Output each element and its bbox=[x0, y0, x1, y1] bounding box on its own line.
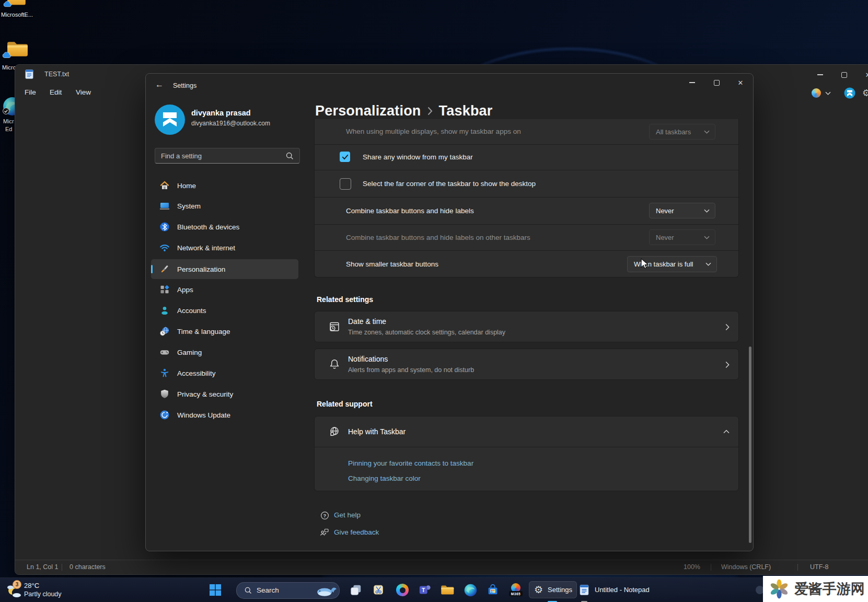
start-button[interactable] bbox=[209, 583, 222, 597]
chevron-up-icon[interactable] bbox=[723, 430, 730, 434]
windows-logo-icon bbox=[210, 584, 221, 596]
watermark-text: 爱酱手游网 bbox=[794, 580, 865, 598]
sidebar-item-privacy-security[interactable]: Privacy & security bbox=[151, 385, 298, 403]
far-corner-checkbox[interactable] bbox=[340, 178, 351, 190]
divider bbox=[797, 564, 798, 571]
settings-close-button[interactable]: ✕ bbox=[732, 76, 749, 89]
sidebar-item-label: Accessibility bbox=[177, 369, 216, 377]
menu-edit[interactable]: Edit bbox=[44, 86, 67, 98]
setting-label: Combine taskbar buttons and hide labels bbox=[346, 207, 474, 215]
account-card[interactable]: divyanka prasad divyanka1916@outlook.com bbox=[155, 105, 301, 136]
weather-alert-badge: 3 bbox=[13, 580, 21, 589]
settings-maximize-button[interactable] bbox=[708, 76, 725, 89]
settings-window-title: Settings bbox=[173, 82, 196, 89]
sidebar-item-bluetooth-devices[interactable]: Bluetooth & devices bbox=[151, 217, 298, 236]
notepad-close-button[interactable]: ✕ bbox=[860, 68, 868, 82]
menu-file[interactable]: File bbox=[19, 86, 41, 98]
microsoft-store-icon bbox=[487, 584, 499, 596]
sidebar-item-label: Privacy & security bbox=[177, 390, 233, 398]
chevron-down-icon bbox=[704, 236, 710, 239]
sidebar-item-accounts[interactable]: Accounts bbox=[151, 301, 298, 320]
taskbar-settings-button[interactable]: ⚙ Settings bbox=[529, 581, 577, 598]
onedrive-cloud-icon bbox=[3, 1, 12, 7]
maximize-icon bbox=[714, 80, 720, 86]
file-explorer-icon bbox=[441, 584, 454, 596]
help-link-pinning-contacts[interactable]: Pinning your favorite contacts to taskba… bbox=[348, 459, 473, 467]
help-link-changing-color[interactable]: Changing taskbar color bbox=[348, 474, 421, 482]
sidebar-item-system[interactable]: System bbox=[151, 196, 298, 215]
get-help-icon: ? bbox=[320, 511, 330, 520]
task-view-button[interactable] bbox=[349, 583, 363, 597]
dropdown-value: All taskbars bbox=[656, 128, 691, 136]
sidebar-item-time-language[interactable]: Time & language bbox=[151, 322, 298, 341]
card-description: Time zones, automatic clock settings, ca… bbox=[348, 329, 505, 336]
copilot-button[interactable] bbox=[396, 583, 409, 597]
multiple-displays-dropdown[interactable]: All taskbars bbox=[649, 124, 715, 140]
m365-copilot-button[interactable]: M365 bbox=[509, 583, 523, 597]
sidebar-item-label: Accounts bbox=[177, 307, 206, 315]
notepad-minimize-button[interactable] bbox=[812, 68, 828, 82]
file-explorer-button[interactable] bbox=[441, 583, 454, 597]
time-language-icon bbox=[159, 326, 170, 337]
chevron-down-icon[interactable] bbox=[825, 91, 831, 95]
svg-text:T: T bbox=[422, 587, 425, 593]
snipping-tool-button[interactable] bbox=[372, 583, 385, 597]
desktop-icon-microsoft-edge-webpage[interactable]: MicrosoftE... bbox=[1, 0, 33, 21]
copilot-icon[interactable] bbox=[812, 88, 821, 98]
sidebar-item-apps[interactable]: Apps bbox=[151, 280, 298, 299]
setting-row-combine-buttons: Combine taskbar buttons and hide labels … bbox=[315, 197, 738, 224]
apps-icon bbox=[159, 284, 170, 295]
breadcrumb-parent[interactable]: Personalization bbox=[315, 103, 421, 119]
get-help-link[interactable]: Get help bbox=[334, 511, 361, 519]
weather-widget[interactable]: 3 28°C Partly cloudy bbox=[4, 580, 88, 601]
status-encoding[interactable]: UTF-8 bbox=[810, 563, 828, 571]
personalization-brush-icon bbox=[159, 264, 170, 274]
sidebar-item-network-internet[interactable]: Network & internet bbox=[151, 238, 298, 257]
sidebar-item-label: Gaming bbox=[177, 349, 202, 356]
combine-other-taskbars-dropdown[interactable]: Never bbox=[649, 229, 715, 245]
notepad-statusbar: Ln 1, Col 1 0 characters 100% Windows (C… bbox=[15, 560, 868, 574]
notepad-settings-gear-icon[interactable]: ⚙ bbox=[862, 87, 868, 99]
sidebar-item-accessibility[interactable]: Accessibility bbox=[151, 364, 298, 383]
help-header-row[interactable]: Help with Taskbar bbox=[315, 416, 738, 447]
sidebar-item-home[interactable]: Home bbox=[151, 176, 298, 195]
dropdown-value: Never bbox=[656, 234, 674, 241]
give-feedback-link[interactable]: Give feedback bbox=[334, 528, 379, 536]
sidebar-item-label: Network & internet bbox=[177, 244, 235, 252]
teams-icon: T bbox=[419, 584, 431, 596]
status-line-endings[interactable]: Windows (CRLF) bbox=[721, 563, 771, 571]
desktop: MicrosoftE... Micro Micr Ed TEST.txt ✕ F… bbox=[0, 0, 868, 602]
settings-search-input[interactable] bbox=[155, 148, 300, 164]
taskbar-notepad-button[interactable]: Untitled - Notepad bbox=[579, 581, 650, 598]
account-email: divyanka1916@outlook.com bbox=[191, 120, 270, 127]
check-icon bbox=[342, 154, 349, 160]
sidebar-item-label: Bluetooth & devices bbox=[177, 223, 239, 231]
sidebar-item-personalization[interactable]: Personalization bbox=[151, 259, 298, 279]
taskbar-search[interactable]: Search bbox=[236, 582, 340, 599]
related-support-title: Related support bbox=[317, 400, 373, 408]
scrollbar[interactable] bbox=[749, 346, 751, 543]
sidebar-item-windows-update[interactable]: Windows Update bbox=[151, 406, 298, 424]
edge-button[interactable] bbox=[464, 583, 477, 597]
chevron-down-icon bbox=[704, 130, 710, 134]
notifications-bell-icon bbox=[328, 358, 341, 371]
editor-badge-icon[interactable] bbox=[844, 87, 855, 99]
menu-view[interactable]: View bbox=[71, 86, 96, 98]
sidebar-item-gaming[interactable]: Gaming bbox=[151, 343, 298, 362]
divider bbox=[315, 447, 738, 447]
chevron-right-icon bbox=[725, 361, 730, 368]
teams-button[interactable]: T bbox=[418, 583, 432, 597]
windows-update-icon bbox=[159, 410, 170, 420]
share-window-checkbox[interactable] bbox=[340, 152, 350, 162]
setting-row-far-corner-desktop: Select the far corner of the taskbar to … bbox=[315, 170, 738, 197]
settings-minimize-button[interactable] bbox=[684, 76, 700, 89]
notifications-card[interactable]: Notifications Alerts from apps and syste… bbox=[314, 349, 739, 380]
microsoft-store-button[interactable] bbox=[486, 583, 500, 597]
combine-buttons-dropdown[interactable]: Never bbox=[649, 203, 715, 218]
card-description: Alerts from apps and system, do not dist… bbox=[348, 366, 474, 374]
status-zoom-level[interactable]: 100% bbox=[684, 563, 700, 571]
date-time-card[interactable]: Date & time Time zones, automatic clock … bbox=[314, 311, 739, 342]
back-button[interactable]: ← bbox=[155, 80, 164, 89]
notepad-maximize-button[interactable] bbox=[836, 68, 852, 82]
desktop-icon-label: Micr bbox=[3, 118, 14, 124]
